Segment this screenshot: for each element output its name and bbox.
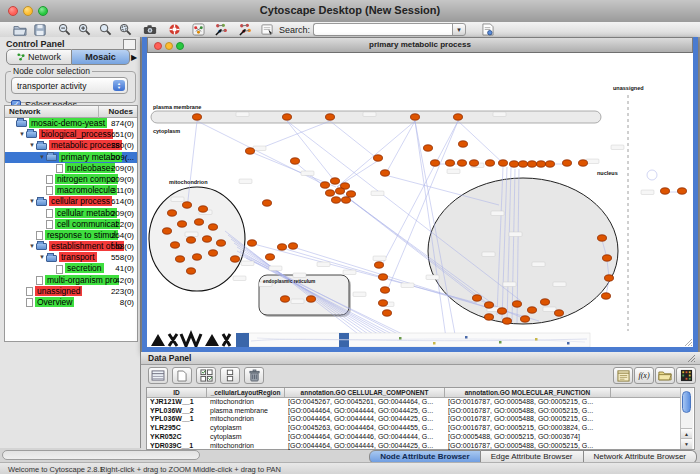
create-view-icon[interactable] xyxy=(213,23,229,36)
network-node[interactable] xyxy=(176,256,185,262)
table-cell[interactable]: [GO:0044464, GO:0044446, GO:0044444, G..… xyxy=(285,433,445,442)
network-node[interactable] xyxy=(183,202,192,208)
network-node[interactable] xyxy=(503,318,512,324)
new-attribute-icon[interactable] xyxy=(172,367,192,384)
network-node[interactable] xyxy=(519,161,528,167)
table-cell[interactable]: YJR121W__1 xyxy=(147,398,207,407)
network-node[interactable] xyxy=(473,295,482,301)
network-node[interactable] xyxy=(209,250,218,256)
network-node[interactable] xyxy=(485,314,494,320)
tree-expand-icon[interactable]: ▼ xyxy=(38,152,46,163)
network-node[interactable] xyxy=(603,255,612,261)
table-vertical-scrollbar[interactable]: ▲ ▼ xyxy=(680,388,693,449)
search-dropdown-icon[interactable]: ▼ xyxy=(452,23,466,36)
network-node[interactable] xyxy=(379,274,388,280)
network-node[interactable] xyxy=(458,160,467,166)
network-node[interactable] xyxy=(510,161,519,167)
formula-builder-icon[interactable]: f(x) xyxy=(634,367,654,384)
network-node[interactable] xyxy=(546,161,555,167)
network-node[interactable] xyxy=(248,240,257,246)
network-tree-row[interactable]: unassigned223(0) xyxy=(5,286,137,297)
network-node[interactable] xyxy=(331,178,340,184)
network-node[interactable] xyxy=(168,210,177,216)
network-node[interactable] xyxy=(498,308,507,314)
network-node[interactable] xyxy=(521,316,530,322)
table-cell[interactable]: [GO:0016787, GO:0005488, GO:0005215, G..… xyxy=(445,415,611,424)
network-node[interactable] xyxy=(541,299,550,305)
zoom-in-icon[interactable] xyxy=(76,23,92,36)
table-cell[interactable]: [GO:0016787, GO:0005488, GO:0005215, G..… xyxy=(445,407,611,416)
network-node[interactable] xyxy=(209,224,218,230)
snapshot-icon[interactable] xyxy=(142,23,158,36)
open-session-icon[interactable] xyxy=(12,23,28,36)
network-node[interactable] xyxy=(528,307,537,313)
table-cell[interactable]: [GO:0016787, GO:0005215, GO:0003824, G..… xyxy=(445,424,611,433)
network-tree-row[interactable]: multi-organism pro42(0) xyxy=(5,275,137,286)
table-cell[interactable]: YDR039C__1 xyxy=(147,442,207,451)
tree-expand-icon[interactable]: ▼ xyxy=(18,129,26,140)
table-cell[interactable]: [GO:0045263, GO:0044464, GO:0044455, G..… xyxy=(285,424,445,433)
network-tree-row[interactable]: ▼biological_process651(0) xyxy=(5,129,137,140)
table-cell[interactable]: [GO:0044464, GO:0044444, GO:0044425, G..… xyxy=(285,442,445,451)
network-node[interactable] xyxy=(193,114,202,120)
network-node[interactable] xyxy=(178,221,187,227)
table-cell[interactable]: [GO:0044464, GO:0044444, GO:0044425, G..… xyxy=(285,407,445,416)
network-node[interactable] xyxy=(187,237,196,243)
network-node[interactable] xyxy=(246,148,255,154)
search-options-icon[interactable] xyxy=(480,23,496,36)
table-cell[interactable]: [GO:0044464, GO:0044444, GO:0044425, G..… xyxy=(285,415,445,424)
delete-attribute-icon[interactable] xyxy=(244,367,264,384)
network-tree-row[interactable]: nitrogen compo209(0) xyxy=(5,174,137,185)
network-node[interactable] xyxy=(203,236,212,242)
network-tree-row[interactable]: ▼metabolic process280(0) xyxy=(5,140,137,151)
network-tree-row[interactable]: response to stimul264(0) xyxy=(5,230,137,241)
network-node[interactable] xyxy=(661,188,670,194)
table-cell[interactable]: mitochondrion xyxy=(207,398,285,407)
resize-grip-icon[interactable] xyxy=(687,354,697,363)
destroy-view-icon[interactable] xyxy=(237,23,253,36)
node-color-dropdown[interactable]: transporter activity ▲▼ xyxy=(11,77,128,94)
network-node[interactable] xyxy=(336,188,345,194)
network-node[interactable] xyxy=(231,256,240,262)
network-tree-row[interactable]: ▼transport558(0) xyxy=(5,252,137,263)
network-node[interactable] xyxy=(374,155,383,161)
network-node[interactable] xyxy=(499,160,508,166)
network-node[interactable] xyxy=(602,293,611,299)
network-node[interactable] xyxy=(383,310,392,316)
network-node[interactable] xyxy=(379,300,388,306)
network-node[interactable] xyxy=(470,160,479,166)
network-node[interactable] xyxy=(528,161,537,167)
network-node[interactable] xyxy=(375,262,384,268)
save-session-icon[interactable] xyxy=(32,23,48,36)
column-header[interactable]: annotation.GO CELLULAR_COMPONENT xyxy=(285,388,445,398)
network-tree-row[interactable]: nucleobase-209(0) xyxy=(5,163,137,174)
network-tree-row[interactable]: Overview8(0) xyxy=(5,297,137,308)
network-node[interactable] xyxy=(579,160,588,166)
network-node[interactable] xyxy=(485,302,494,308)
network-node[interactable] xyxy=(281,296,290,302)
network-node[interactable] xyxy=(283,114,292,120)
network-node[interactable] xyxy=(347,191,356,197)
network-tree-row[interactable]: ▼cellular process614(0) xyxy=(5,196,137,207)
network-node[interactable] xyxy=(486,160,495,166)
network-node[interactable] xyxy=(381,170,390,176)
scroll-down-icon[interactable]: ▼ xyxy=(681,438,692,449)
network-node[interactable] xyxy=(537,161,546,167)
network-node[interactable] xyxy=(431,160,440,166)
network-tree-header[interactable]: Network Nodes xyxy=(5,106,137,118)
column-header[interactable]: ID xyxy=(147,388,207,398)
tree-expand-icon[interactable]: ▼ xyxy=(38,252,46,263)
network-node[interactable] xyxy=(454,114,463,120)
table-cell[interactable]: cytoplasm xyxy=(207,433,285,442)
network-tree-row[interactable]: ▼primary metabo209(... xyxy=(5,152,137,163)
network-node[interactable] xyxy=(195,219,204,225)
network-node[interactable] xyxy=(307,296,316,302)
compartment-mitochondrion[interactable] xyxy=(149,187,245,291)
table-cell[interactable]: YPL036W__1 xyxy=(147,415,207,424)
zoom-out-icon[interactable] xyxy=(56,23,72,36)
network-node[interactable] xyxy=(266,254,275,260)
network-tree-row[interactable]: secretion41(0) xyxy=(5,263,137,274)
table-cell[interactable]: [GO:0005488, GO:0005215, GO:0003674] xyxy=(445,433,611,442)
network-node[interactable] xyxy=(381,287,390,293)
network-node[interactable] xyxy=(193,254,202,260)
